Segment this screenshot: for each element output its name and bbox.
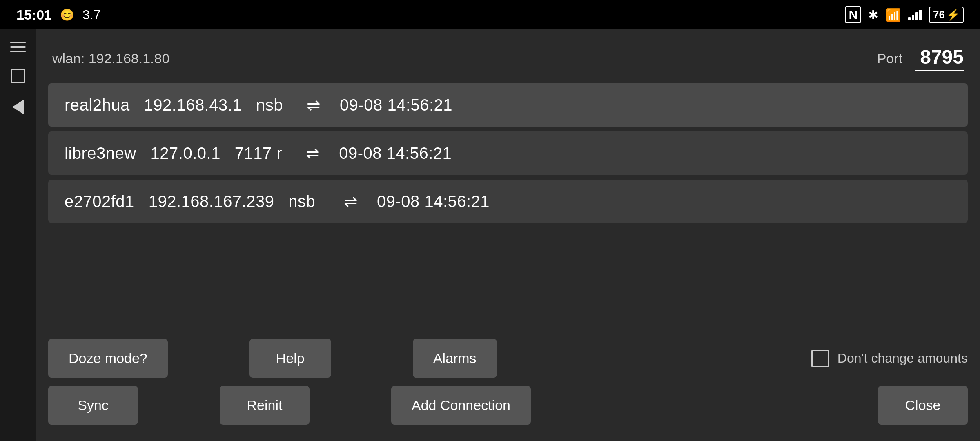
main-content: wlan: 192.168.1.80 Port 8795 real2hua 19… bbox=[36, 29, 980, 441]
status-right: N ✱ 📶 76 ⚡ bbox=[845, 6, 964, 23]
connection-name-1: real2hua bbox=[65, 96, 130, 114]
battery-indicator: 76 ⚡ bbox=[929, 7, 964, 23]
header-row: wlan: 192.168.1.80 Port 8795 bbox=[48, 42, 968, 83]
connection-arrow-2: ⇌ bbox=[306, 144, 320, 162]
connection-item-1[interactable]: real2hua 192.168.43.1 nsb ⇌ 09-08 14:56:… bbox=[48, 83, 968, 127]
connection-item-3[interactable]: e2702fd1 192.168.167.239 nsb ⇌ 09-08 14:… bbox=[48, 180, 968, 223]
reinit-button[interactable]: Reinit bbox=[220, 386, 310, 425]
connection-type-2: 7117 r bbox=[235, 144, 282, 162]
doze-mode-button[interactable]: Doze mode? bbox=[48, 339, 168, 378]
status-left: 15:01 😊 3.7 bbox=[16, 7, 100, 23]
battery-charging-icon: ⚡ bbox=[947, 9, 960, 21]
port-section: Port 8795 bbox=[877, 46, 964, 71]
nfc-icon: N bbox=[845, 6, 861, 23]
back-navigation-icon[interactable] bbox=[12, 100, 24, 114]
connection-timestamp-1: 09-08 14:56:21 bbox=[340, 96, 452, 114]
close-button[interactable]: Close bbox=[878, 386, 968, 425]
status-time: 15:01 bbox=[16, 7, 52, 23]
buttons-area: Doze mode? Help Alarms Don't change amou… bbox=[48, 331, 968, 429]
connection-arrow-1: ⇌ bbox=[307, 96, 321, 114]
connection-list: real2hua 192.168.43.1 nsb ⇌ 09-08 14:56:… bbox=[48, 83, 968, 331]
add-connection-button[interactable]: Add Connection bbox=[391, 386, 531, 425]
connection-type-3: nsb bbox=[288, 192, 315, 210]
connection-item-2[interactable]: libre3new 127.0.0.1 7117 r ⇌ 09-08 14:56… bbox=[48, 131, 968, 175]
connection-ip-2: 127.0.0.1 bbox=[151, 144, 220, 162]
connection-timestamp-3: 09-08 14:56:21 bbox=[377, 192, 490, 210]
wlan-address: wlan: 192.168.1.80 bbox=[52, 51, 169, 67]
connection-timestamp-2: 09-08 14:56:21 bbox=[339, 144, 452, 162]
wifi-icon: 📶 bbox=[886, 8, 901, 22]
status-bar: 15:01 😊 3.7 N ✱ 📶 76 ⚡ bbox=[0, 0, 980, 29]
connection-ip-1: 192.168.43.1 bbox=[144, 96, 242, 114]
alarms-button[interactable]: Alarms bbox=[413, 339, 497, 378]
connection-ip-3: 192.168.167.239 bbox=[149, 192, 274, 210]
port-value[interactable]: 8795 bbox=[915, 46, 964, 71]
status-emoji: 😊 bbox=[60, 8, 74, 22]
connection-type-1: nsb bbox=[256, 96, 283, 114]
connection-text-1: real2hua 192.168.43.1 nsb ⇌ 09-08 14:56:… bbox=[65, 96, 452, 114]
status-number: 3.7 bbox=[82, 7, 100, 22]
connection-name-2: libre3new bbox=[65, 144, 136, 162]
buttons-row-top: Doze mode? Help Alarms Don't change amou… bbox=[48, 339, 968, 378]
connection-text-2: libre3new 127.0.0.1 7117 r ⇌ 09-08 14:56… bbox=[65, 144, 452, 163]
dont-change-amounts-checkbox[interactable] bbox=[811, 350, 829, 368]
hamburger-menu-icon[interactable] bbox=[10, 42, 26, 52]
selection-checkbox-icon[interactable] bbox=[11, 69, 25, 83]
help-button[interactable]: Help bbox=[249, 339, 331, 378]
dont-change-amounts-row: Don't change amounts bbox=[811, 350, 968, 368]
dont-change-amounts-label: Don't change amounts bbox=[837, 351, 968, 366]
buttons-row-bottom: Sync Reinit Add Connection Close bbox=[48, 386, 968, 425]
battery-level: 76 bbox=[933, 9, 945, 21]
sidebar bbox=[0, 29, 36, 441]
bluetooth-icon: ✱ bbox=[868, 8, 878, 22]
connection-name-3: e2702fd1 bbox=[65, 192, 134, 210]
connection-arrow-3: ⇌ bbox=[344, 192, 358, 210]
sync-button[interactable]: Sync bbox=[48, 386, 138, 425]
connection-text-3: e2702fd1 192.168.167.239 nsb ⇌ 09-08 14:… bbox=[65, 192, 490, 211]
signal-icon bbox=[908, 9, 922, 20]
port-label: Port bbox=[877, 51, 902, 67]
